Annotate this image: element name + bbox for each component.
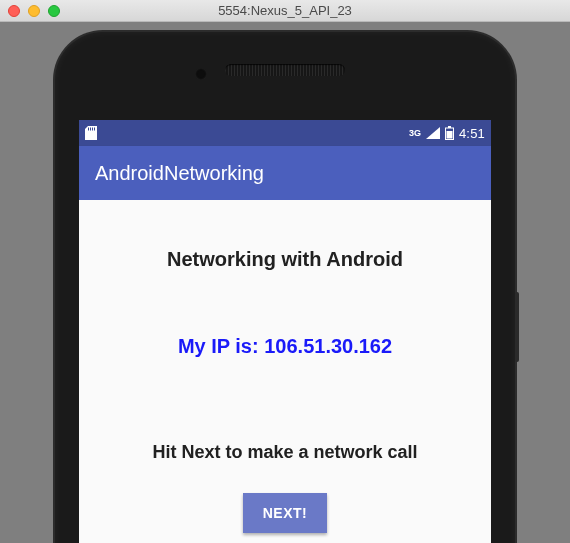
clock-label: 4:51 (459, 126, 485, 141)
close-icon[interactable] (8, 5, 20, 17)
emulator-canvas: 3G 4:51 AndroidNetworking Networking wit… (0, 22, 570, 543)
signal-icon (426, 127, 440, 139)
power-button[interactable] (515, 292, 519, 362)
android-status-bar: 3G 4:51 (79, 120, 491, 146)
main-content: Networking with Android My IP is: 106.51… (79, 200, 491, 543)
next-button[interactable]: NEXT! (243, 493, 328, 533)
svg-rect-3 (94, 128, 95, 131)
page-heading: Networking with Android (167, 248, 403, 271)
status-left (85, 126, 97, 140)
window-title: 5554:Nexus_5_API_23 (0, 3, 570, 18)
device-screen: 3G 4:51 AndroidNetworking Networking wit… (79, 120, 491, 543)
app-title: AndroidNetworking (95, 162, 264, 185)
app-bar: AndroidNetworking (79, 146, 491, 200)
camera-icon (195, 68, 207, 80)
status-right: 3G 4:51 (409, 126, 485, 141)
window-controls (8, 5, 60, 17)
svg-rect-6 (446, 131, 452, 139)
network-type-label: 3G (409, 129, 421, 138)
zoom-icon[interactable] (48, 5, 60, 17)
sd-card-icon (85, 126, 97, 140)
ip-address-label: My IP is: 106.51.30.162 (178, 335, 392, 358)
svg-rect-1 (90, 128, 91, 131)
speaker-grille-icon (225, 64, 345, 76)
macos-titlebar: 5554:Nexus_5_API_23 (0, 0, 570, 22)
minimize-icon[interactable] (28, 5, 40, 17)
device-frame: 3G 4:51 AndroidNetworking Networking wit… (55, 32, 515, 543)
svg-rect-0 (88, 128, 89, 131)
instruction-label: Hit Next to make a network call (152, 442, 417, 463)
svg-rect-2 (92, 128, 93, 131)
battery-icon (445, 126, 454, 140)
